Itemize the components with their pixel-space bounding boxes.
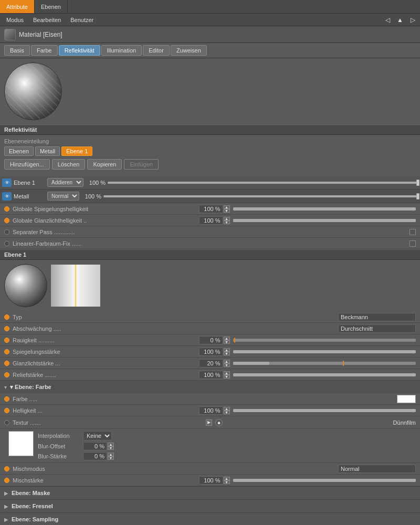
ebene-farbe-header[interactable]: ▾ ▾ Ebene: Farbe: [0, 381, 420, 393]
spinner-up-spiegelungsstaerke[interactable]: ▲: [224, 348, 230, 352]
nav-forward-icon[interactable]: ▷: [407, 15, 418, 25]
dot-textur[interactable]: [4, 420, 9, 425]
dot-mischstaerke[interactable]: [4, 478, 9, 483]
tab-editor[interactable]: Editor: [143, 45, 170, 56]
tab-basis[interactable]: Basis: [4, 45, 30, 56]
spinner-glanzlichtsstaerke: ▲ ▼: [199, 359, 230, 368]
layer-mode-metall[interactable]: Normal: [47, 192, 79, 201]
spinner-up-mischstaerke[interactable]: ▲: [224, 477, 230, 480]
tab-zuweisen[interactable]: Zuweisen: [171, 45, 207, 56]
layer-mode-ebene1[interactable]: Addieren: [47, 178, 83, 187]
farbe-arrow-icon: ▾: [4, 384, 7, 390]
slider-rauigkeit[interactable]: [233, 339, 416, 342]
input-typ[interactable]: [338, 313, 416, 321]
slider-reliefstaerke[interactable]: [233, 373, 416, 376]
menu-bearbeiten[interactable]: Bearbeiten: [29, 16, 65, 24]
textur-interpolation-select[interactable]: Keine: [83, 431, 112, 440]
input-mischmodus[interactable]: [338, 465, 416, 473]
spinner-down-rauigkeit[interactable]: ▼: [224, 340, 230, 344]
btn-kopieren[interactable]: Kopieren: [87, 159, 122, 170]
dot-rauigkeit[interactable]: [4, 338, 9, 343]
input-glanzlichtsstaerke[interactable]: [199, 359, 223, 368]
spinner-down-spiegelung[interactable]: ▼: [224, 209, 230, 213]
layer-slider-metall[interactable]: [103, 195, 418, 197]
tab-illumination[interactable]: Illumination: [101, 45, 142, 56]
nav-up-icon[interactable]: ▲: [395, 15, 405, 25]
tab-reflektivitaet[interactable]: Reflektivität: [59, 45, 100, 56]
textur-expand-icon[interactable]: ▶: [206, 419, 212, 426]
nav-back-icon[interactable]: ◁: [382, 15, 393, 25]
spinner-down-helligkeit[interactable]: ▼: [224, 411, 230, 414]
tab-ebenen[interactable]: Ebenen: [35, 0, 68, 13]
tab-farbe[interactable]: Farbe: [31, 45, 58, 56]
input-abschwachung[interactable]: [338, 324, 416, 333]
btn-einfuegen[interactable]: Einfügen: [124, 159, 158, 170]
spinner-up-blur-offset[interactable]: ▲: [108, 443, 114, 446]
input-spiegelungsstaerke[interactable]: [199, 348, 223, 356]
dot-spiegelung[interactable]: [4, 206, 9, 212]
input-glanzlicht[interactable]: [199, 216, 223, 225]
input-blur-offset[interactable]: [83, 442, 107, 450]
spinner-down-reliefstaerke[interactable]: ▼: [224, 375, 230, 379]
tab-attribute[interactable]: Attribute: [0, 0, 35, 13]
btn-loeschen[interactable]: Löschen: [52, 159, 86, 170]
dot-helligkeit[interactable]: [4, 408, 9, 413]
checkbox-linearer[interactable]: [410, 240, 416, 247]
slider-spiegelungsstaerke[interactable]: [233, 350, 416, 353]
menu-benutzer[interactable]: Benutzer: [66, 16, 98, 24]
input-blur-staerke[interactable]: [83, 452, 107, 460]
ebene-maske-header[interactable]: ▶ Ebene: Maske: [0, 487, 420, 499]
dot-mischmodus[interactable]: [4, 466, 9, 471]
farbe-swatch[interactable]: [397, 395, 416, 403]
spinner-down-glanzlichtsstaerke[interactable]: ▼: [224, 363, 230, 367]
spinner-up-reliefstaerke[interactable]: ▲: [224, 371, 230, 375]
sub-tab-bar: Basis Farbe Reflektivität Illumination E…: [0, 43, 420, 58]
btn-hinzufuegen[interactable]: Hinzufügen...: [4, 159, 50, 170]
input-rauigkeit[interactable]: [199, 336, 223, 344]
dot-farbe[interactable]: [4, 396, 9, 402]
spinner-up-glanzlicht[interactable]: ▲: [224, 217, 230, 220]
ebene-sampling-header[interactable]: ▶ Ebene: Sampling: [0, 513, 420, 525]
input-reliefstaerke[interactable]: [199, 371, 223, 379]
dot-linearer[interactable]: [4, 241, 9, 246]
label-spiegelung: Globale Spiegelungshelligkeit: [13, 206, 196, 212]
spinner-up-blur-staerke[interactable]: ▲: [108, 453, 114, 456]
spinner-down-blur-staerke[interactable]: ▼: [108, 456, 114, 460]
spinner-down-blur-offset[interactable]: ▼: [108, 446, 114, 450]
slider-glanzlicht[interactable]: [233, 219, 416, 222]
tag-ebenen[interactable]: Ebenen: [4, 146, 34, 156]
dot-glanzlichtsstaerke[interactable]: [4, 361, 9, 366]
spinner-up-spiegelung[interactable]: ▲: [224, 205, 230, 209]
dot-typ[interactable]: [4, 314, 9, 320]
section-ebene-fresnel: ▶ Ebene: Fresnel: [0, 499, 420, 512]
slider-mischstaerke[interactable]: [233, 479, 416, 482]
checkbox-separater[interactable]: [410, 229, 416, 235]
spinner-up-glanzlichtsstaerke[interactable]: ▲: [224, 360, 230, 363]
tag-metall[interactable]: Metall: [35, 146, 60, 156]
spinner-up-helligkeit[interactable]: ▲: [224, 407, 230, 411]
slider-helligkeit[interactable]: [233, 409, 416, 412]
dot-glanzlicht[interactable]: [4, 218, 9, 223]
prop-reliefstaerke: Reliefstärke ....... ▲ ▼: [0, 369, 420, 381]
input-spiegelung[interactable]: [199, 205, 223, 213]
dot-spiegelungsstaerke[interactable]: [4, 349, 9, 354]
input-mischstaerke[interactable]: [199, 476, 223, 485]
dot-separater[interactable]: [4, 229, 9, 235]
input-helligkeit[interactable]: [199, 406, 223, 415]
layer-slider-ebene1[interactable]: [108, 182, 418, 184]
layer-visibility-metall[interactable]: 👁: [2, 192, 12, 201]
dot-abschwachung[interactable]: [4, 326, 9, 331]
spinner-up-rauigkeit[interactable]: ▲: [224, 337, 230, 340]
spinner-down-glanzlicht[interactable]: ▼: [224, 220, 230, 224]
menu-modus[interactable]: Modus: [2, 16, 28, 24]
ebene-fresnel-header[interactable]: ▶ Ebene: Fresnel: [0, 500, 420, 512]
spinner-down-spiegelungsstaerke[interactable]: ▼: [224, 352, 230, 355]
spinner-down-mischstaerke[interactable]: ▼: [224, 480, 230, 484]
textur-blur-staerke-row: Blur-Stärke ▲ ▼: [38, 452, 416, 460]
slider-glanzlichtsstaerke[interactable]: [233, 362, 416, 365]
slider-spiegelung[interactable]: [233, 207, 416, 211]
dot-reliefstaerke[interactable]: [4, 372, 9, 377]
tag-ebene1[interactable]: Ebene 1: [61, 146, 92, 156]
textur-dot-btn[interactable]: ●: [215, 419, 223, 426]
layer-visibility-ebene1[interactable]: 👁: [2, 178, 12, 187]
